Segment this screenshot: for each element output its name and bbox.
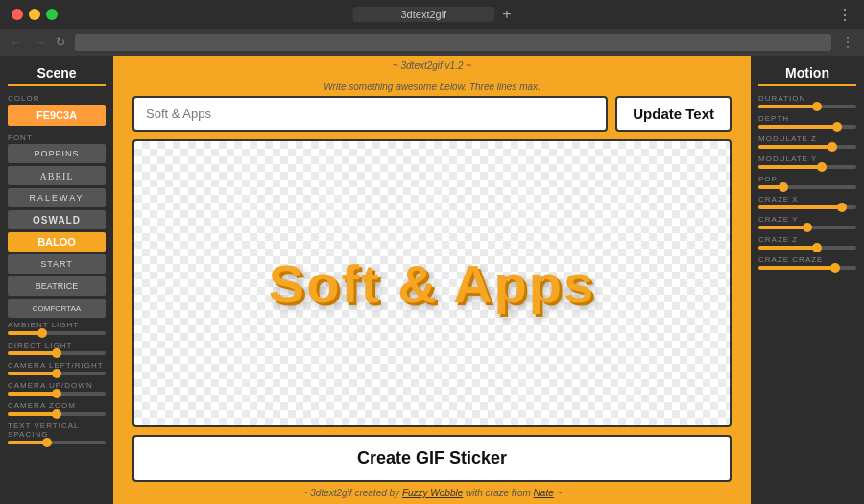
text-spacing-track[interactable] — [8, 441, 106, 444]
motion-divider — [758, 84, 856, 86]
footer-text-middle: with craze from — [463, 488, 533, 498]
text-input-row: Update Text — [132, 96, 732, 132]
color-picker[interactable]: FE9C3A — [8, 105, 106, 126]
font-comforter-btn[interactable]: COMFORTAA — [8, 299, 106, 318]
duration-label: DURATION — [758, 94, 856, 103]
maximize-button[interactable] — [46, 9, 58, 20]
craze-craze-slider-row: CRAZE CRAZE — [758, 255, 856, 270]
preview-text: Soft & Apps — [269, 252, 595, 315]
forward-button[interactable]: → — [33, 35, 46, 50]
font-baloo-btn[interactable]: BALOO — [8, 232, 106, 252]
font-raleway-btn[interactable]: RALEWAY — [8, 188, 106, 207]
minimize-button[interactable] — [29, 9, 40, 20]
craze-craze-label: CRAZE CRAZE — [758, 255, 856, 264]
font-oswald-btn[interactable]: OSWALD — [8, 210, 106, 229]
font-label: FONT — [8, 133, 106, 142]
tab-bar: 3dtext2gif + — [352, 6, 511, 23]
footer-text-after: ~ — [554, 488, 563, 498]
camera-ud-slider-row: CAMERA UP/DOWN — [8, 381, 106, 396]
craze-y-track[interactable] — [758, 226, 856, 229]
camera-lr-slider-row: CAMERA LEFT/RIGHT — [8, 361, 106, 375]
app-container: Scene COLOR FE9C3A FONT POPPINS ABRIL RA… — [0, 56, 864, 504]
craze-craze-track[interactable] — [758, 266, 856, 270]
sidebar-motion: Motion DURATION DEPTH MODULATE Z MODULA — [751, 56, 864, 504]
camera-lr-track[interactable] — [8, 372, 106, 375]
modulate-z-track[interactable] — [758, 145, 856, 149]
direct-light-track[interactable] — [8, 351, 106, 355]
craze-x-slider-row: CRAZE X — [758, 195, 856, 209]
font-start-btn[interactable]: START — [8, 254, 106, 274]
direct-light-slider-row: DIRECT LIGHT — [8, 341, 106, 355]
back-button[interactable]: ← — [10, 35, 23, 50]
craze-z-track[interactable] — [758, 246, 856, 250]
navbar: ← → ↻ ⋮ — [0, 29, 864, 56]
camera-ud-track[interactable] — [8, 392, 106, 396]
text-input[interactable] — [132, 96, 608, 132]
font-beatrice-btn[interactable]: BEATRICE — [8, 276, 106, 296]
modulate-z-slider-row: MODULATE Z — [758, 134, 856, 149]
modulate-y-track[interactable] — [758, 165, 856, 169]
depth-slider-row: DEPTH — [758, 114, 856, 129]
update-text-button[interactable]: Update Text — [615, 96, 732, 132]
craze-z-label: CRAZE Z — [758, 235, 856, 244]
text-spacing-slider-row: TEXT VERTICAL SPACING — [8, 421, 106, 444]
create-gif-button[interactable]: Create GIF Sticker — [132, 435, 732, 482]
pop-track[interactable] — [758, 185, 856, 189]
center-content: ~ 3dtext2gif v1.2 ~ Write something awes… — [113, 56, 751, 504]
footer-text-before: ~ 3dtext2gif created by — [302, 488, 402, 498]
font-poppins-btn[interactable]: POPPINS — [8, 144, 106, 163]
ambient-light-slider-row: AMBIENT LIGHT — [8, 321, 106, 335]
ambient-light-label: AMBIENT LIGHT — [8, 321, 106, 329]
duration-slider-row: DURATION — [758, 94, 856, 108]
pop-label: POP — [758, 175, 856, 183]
motion-title: Motion — [758, 65, 856, 81]
color-label: COLOR — [8, 94, 106, 103]
pop-slider-row: POP — [758, 175, 856, 189]
footer: ~ 3dtext2gif created by Fuzzy Wobble wit… — [132, 488, 732, 504]
scene-divider — [8, 84, 106, 86]
depth-track[interactable] — [758, 125, 856, 129]
scene-title: Scene — [8, 65, 106, 81]
duration-track[interactable] — [758, 105, 856, 108]
modulate-z-label: MODULATE Z — [758, 134, 856, 143]
craze-x-track[interactable] — [758, 205, 856, 209]
browser-menu-icon[interactable]: ⋮ — [841, 35, 854, 50]
text-spacing-label: TEXT VERTICAL SPACING — [8, 421, 106, 439]
titlebar: 3dtext2gif + ⋮ — [0, 0, 864, 29]
sidebar-scene: Scene COLOR FE9C3A FONT POPPINS ABRIL RA… — [0, 56, 113, 504]
address-bar[interactable] — [75, 34, 831, 51]
craze-z-slider-row: CRAZE Z — [758, 235, 856, 250]
footer-link-nate[interactable]: Nate — [534, 488, 554, 498]
modulate-y-slider-row: MODULATE Y — [758, 155, 856, 169]
camera-zoom-slider-row: CAMERA ZOOM — [8, 401, 106, 416]
preview-area: Soft & Apps — [132, 139, 732, 427]
traffic-lights — [12, 9, 58, 20]
reload-button[interactable]: ↻ — [56, 36, 65, 49]
modulate-y-label: MODULATE Y — [758, 155, 856, 163]
titlebar-menu-icon[interactable]: ⋮ — [837, 6, 852, 24]
version-label: ~ 3dtext2gif v1.2 ~ — [132, 56, 732, 74]
instruction-label: Write something awesome below. Three lin… — [132, 74, 732, 96]
depth-label: DEPTH — [758, 114, 856, 123]
font-abril-btn[interactable]: ABRIL — [8, 166, 106, 185]
active-tab[interactable]: 3dtext2gif — [352, 7, 494, 22]
camera-zoom-track[interactable] — [8, 412, 106, 416]
tab-label: 3dtext2gif — [400, 9, 446, 20]
close-button[interactable] — [12, 9, 23, 20]
craze-y-slider-row: CRAZE Y — [758, 215, 856, 229]
add-tab-button[interactable]: + — [502, 6, 511, 23]
footer-link-fuzzy-wobble[interactable]: Fuzzy Wobble — [402, 488, 463, 498]
ambient-light-track[interactable] — [8, 331, 106, 335]
